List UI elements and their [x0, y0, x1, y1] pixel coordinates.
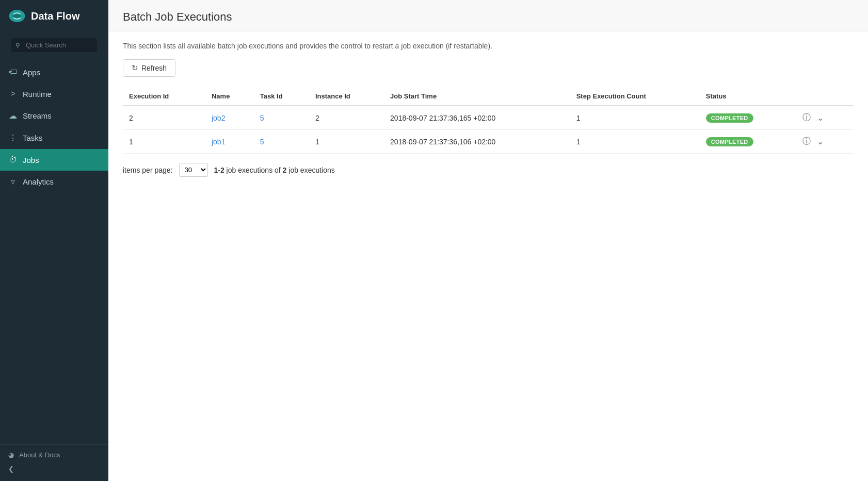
search-icon: ⚲	[15, 42, 20, 49]
status-badge: COMPLETED	[706, 113, 753, 123]
main-content: Batch Job Executions This section lists …	[108, 0, 868, 481]
table-row: 2 job2 5 2 2018-09-07 21:37:36,165 +02:0…	[123, 106, 854, 130]
info-icon[interactable]: ⓘ	[802, 136, 811, 147]
per-page-select[interactable]: 30 10 20 50 100	[179, 163, 208, 177]
cell-job-start-time: 2018-09-07 21:37:36,165 +02:00	[384, 106, 570, 130]
terminal-icon: >	[8, 89, 18, 98]
cell-actions: ⓘ ⌄	[794, 106, 854, 130]
job-name-link[interactable]: job2	[212, 114, 225, 122]
job-name-link[interactable]: job1	[212, 138, 225, 146]
cell-task-id: 5	[254, 106, 309, 130]
about-docs-label: About & Docs	[19, 451, 60, 459]
page-description: This section lists all available batch j…	[123, 42, 854, 50]
info-icon[interactable]: ⓘ	[802, 112, 811, 123]
about-docs-link[interactable]: ◕ About & Docs	[8, 451, 100, 459]
cell-instance-id: 1	[309, 130, 384, 154]
logo-icon	[8, 7, 26, 25]
clock-icon: ⏱	[8, 155, 18, 164]
sidebar-item-tasks[interactable]: ⋮ Tasks	[0, 127, 108, 149]
col-actions	[794, 87, 854, 106]
page-title: Batch Job Executions	[123, 10, 854, 24]
cell-task-id: 5	[254, 130, 309, 154]
sidebar-item-apps[interactable]: 🏷 Apps	[0, 61, 108, 83]
sidebar-bottom: ◕ About & Docs ❮	[0, 444, 108, 481]
pagination-summary: 1-2 job executions of 2 job executions	[214, 166, 335, 174]
page-header: Batch Job Executions	[108, 0, 868, 31]
task-id-link[interactable]: 5	[260, 138, 264, 146]
chevron-down-icon[interactable]: ⌄	[817, 137, 824, 146]
cell-status: COMPLETED	[700, 130, 794, 154]
refresh-icon: ↻	[132, 63, 138, 73]
tag-icon: 🏷	[8, 68, 18, 77]
col-step-execution-count: Step Execution Count	[570, 87, 700, 106]
sidebar-item-runtime[interactable]: > Runtime	[0, 83, 108, 105]
sidebar-item-apps-label: Apps	[23, 68, 40, 77]
cell-name: job2	[205, 106, 254, 130]
cell-execution-id: 1	[123, 130, 205, 154]
search-container[interactable]: ⚲	[5, 34, 103, 56]
sidebar-item-analytics-label: Analytics	[23, 177, 54, 186]
table-row: 1 job1 5 1 2018-09-07 21:37:36,106 +02:0…	[123, 130, 854, 154]
grid-icon: ⋮	[8, 133, 18, 143]
app-logo: Data Flow	[0, 0, 108, 32]
sidebar-item-jobs[interactable]: ⏱ Jobs	[0, 149, 108, 171]
sidebar-item-jobs-label: Jobs	[23, 156, 39, 164]
about-icon: ◕	[8, 451, 14, 459]
cell-instance-id: 2	[309, 106, 384, 130]
task-id-link[interactable]: 5	[260, 114, 264, 122]
sidebar-nav: 🏷 Apps > Runtime ☁ Streams ⋮ Tasks ⏱ Job…	[0, 61, 108, 444]
sidebar-item-streams-label: Streams	[23, 111, 52, 120]
cell-execution-id: 2	[123, 106, 205, 130]
cell-step-execution-count: 1	[570, 130, 700, 154]
refresh-button[interactable]: ↻ Refresh	[123, 59, 175, 77]
refresh-label: Refresh	[141, 64, 167, 72]
col-name: Name	[205, 87, 254, 106]
items-per-page-label: items per page:	[123, 166, 173, 174]
col-instance-id: Instance Id	[309, 87, 384, 106]
col-job-start-time: Job Start Time	[384, 87, 570, 106]
toolbar: ↻ Refresh	[123, 59, 854, 77]
col-task-id: Task Id	[254, 87, 309, 106]
collapse-button[interactable]: ❮	[8, 463, 100, 475]
col-execution-id: Execution Id	[123, 87, 205, 106]
cell-step-execution-count: 1	[570, 106, 700, 130]
status-badge: COMPLETED	[706, 137, 753, 146]
sidebar: Data Flow ⚲ 🏷 Apps > Runtime ☁ Streams ⋮…	[0, 0, 108, 481]
cell-job-start-time: 2018-09-07 21:37:36,106 +02:00	[384, 130, 570, 154]
col-status: Status	[700, 87, 794, 106]
search-input[interactable]	[11, 38, 97, 52]
cell-actions: ⓘ ⌄	[794, 130, 854, 154]
app-title: Data Flow	[31, 10, 79, 22]
filter-icon: ▿	[8, 177, 18, 187]
chevron-down-icon[interactable]: ⌄	[817, 113, 824, 123]
table-body: 2 job2 5 2 2018-09-07 21:37:36,165 +02:0…	[123, 106, 854, 154]
table-header: Execution Id Name Task Id Instance Id Jo…	[123, 87, 854, 106]
cell-name: job1	[205, 130, 254, 154]
cell-status: COMPLETED	[700, 106, 794, 130]
sidebar-item-runtime-label: Runtime	[23, 90, 52, 98]
pagination-area: items per page: 30 10 20 50 100 1-2 job …	[123, 163, 854, 177]
cloud-icon: ☁	[8, 111, 18, 121]
page-content-area: This section lists all available batch j…	[108, 31, 868, 481]
chevron-left-icon: ❮	[8, 465, 14, 473]
executions-table: Execution Id Name Task Id Instance Id Jo…	[123, 87, 854, 154]
sidebar-item-analytics[interactable]: ▿ Analytics	[0, 171, 108, 193]
sidebar-item-tasks-label: Tasks	[23, 134, 42, 142]
sidebar-item-streams[interactable]: ☁ Streams	[0, 105, 108, 127]
